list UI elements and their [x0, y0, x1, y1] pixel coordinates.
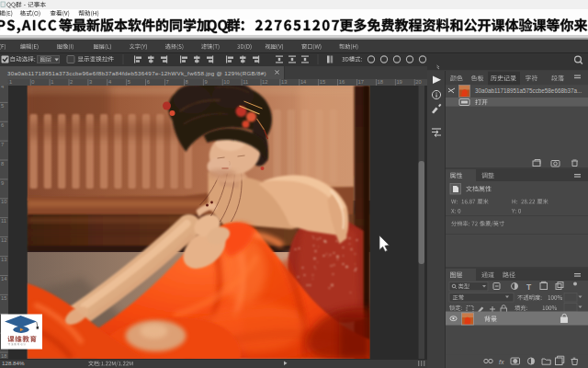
svg-text:14: 14 [300, 79, 307, 85]
svg-text:20: 20 [415, 79, 421, 85]
svg-text:10: 10 [1, 199, 6, 204]
svg-text:5: 5 [128, 79, 130, 85]
svg-text:16: 16 [339, 79, 345, 85]
svg-text:2: 2 [70, 79, 73, 85]
svg-text:1: 1 [9, 79, 12, 85]
svg-text:8: 8 [1, 161, 4, 167]
svg-text:5: 5 [1, 103, 4, 109]
svg-text:11: 11 [243, 79, 248, 85]
svg-text:9: 9 [204, 79, 207, 85]
svg-text:12: 12 [1, 237, 6, 243]
svg-text:10: 10 [223, 79, 229, 85]
svg-text:13: 13 [281, 79, 287, 85]
svg-text:12: 12 [262, 79, 267, 85]
svg-text:4: 4 [108, 79, 112, 85]
svg-text:6: 6 [147, 79, 150, 85]
svg-text:15: 15 [1, 295, 6, 301]
svg-text:18: 18 [1, 353, 6, 359]
svg-text:19: 19 [396, 79, 401, 85]
svg-text:17: 17 [358, 79, 364, 85]
svg-text:fx: fx [499, 359, 504, 365]
svg-text:18: 18 [378, 79, 383, 85]
svg-text:11: 11 [1, 218, 6, 224]
svg-text:30a0ab11718951a575ccbe58e668b3: 30a0ab11718951a575ccbe58e668b37a... [475, 87, 582, 94]
svg-text:7: 7 [166, 79, 169, 85]
svg-text:T: T [526, 282, 532, 292]
svg-text:30a0ab11718951a373ccbe96e6f8b3: 30a0ab11718951a373ccbe96e6f8b37a84fdeb53… [7, 70, 266, 76]
svg-text:15: 15 [320, 79, 325, 85]
svg-text:6: 6 [1, 122, 4, 128]
svg-text:0: 0 [31, 79, 34, 85]
svg-text:13: 13 [1, 257, 6, 262]
svg-text:14: 14 [1, 276, 7, 282]
svg-text:8: 8 [186, 79, 188, 85]
svg-text:9: 9 [1, 180, 4, 186]
svg-text:7: 7 [1, 142, 4, 147]
svg-text:3: 3 [89, 79, 92, 85]
svg-text:1: 1 [51, 79, 53, 85]
svg-text:128.84%: 128.84% [2, 360, 25, 366]
